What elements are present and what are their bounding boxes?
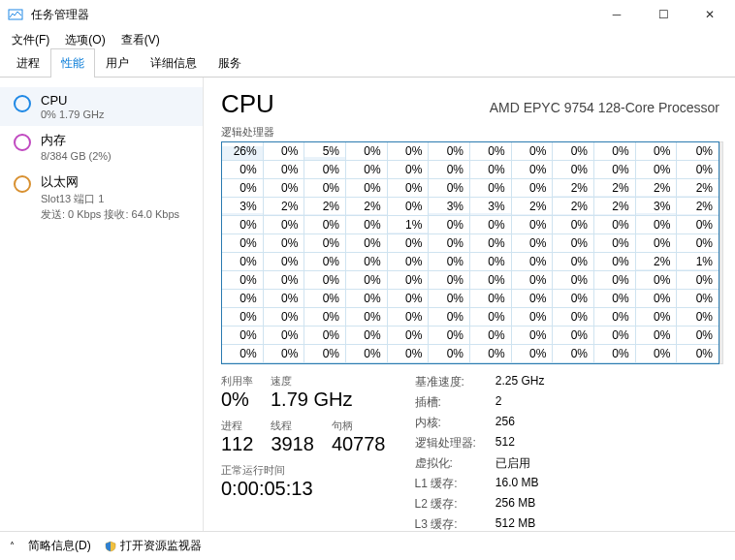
core-cell: 0% xyxy=(264,179,305,198)
core-cell: 0% xyxy=(346,216,388,234)
menu-options[interactable]: 选项(O) xyxy=(59,30,111,50)
threads-label: 线程 xyxy=(271,419,314,433)
sidebar-title: 以太网 xyxy=(41,173,179,191)
core-cell: 0% xyxy=(304,345,346,363)
close-button[interactable]: ✕ xyxy=(692,8,727,21)
core-cell: 0% xyxy=(304,290,346,308)
core-cell: 0% xyxy=(470,161,512,179)
tab-services[interactable]: 服务 xyxy=(208,48,252,78)
core-cell: 0% xyxy=(636,345,678,363)
core-cell: 0% xyxy=(553,142,594,161)
core-cell: 2% xyxy=(346,198,388,216)
core-cell: 0% xyxy=(222,216,264,234)
core-cell: 2% xyxy=(636,253,678,271)
sidebar-title: CPU xyxy=(41,93,104,108)
core-cell: 0% xyxy=(512,216,554,234)
core-cell: 2% xyxy=(512,198,554,216)
core-cell: 0% xyxy=(222,308,264,327)
core-cell: 0% xyxy=(470,308,512,327)
stat-val: 256 xyxy=(495,415,545,431)
core-cell: 0% xyxy=(470,290,512,308)
core-cell: 0% xyxy=(346,142,388,161)
core-cell: 0% xyxy=(470,142,512,161)
core-cell: 0% xyxy=(636,327,678,345)
core-cell: 1% xyxy=(677,253,719,271)
sidebar-item-1[interactable]: 内存8/384 GB (2%) xyxy=(0,126,203,168)
core-cell: 0% xyxy=(594,142,636,161)
shield-icon xyxy=(105,541,116,552)
maximize-button[interactable]: ☐ xyxy=(646,8,681,21)
core-cell: 0% xyxy=(512,345,554,363)
core-cell: 0% xyxy=(470,179,512,198)
core-cell: 2% xyxy=(264,198,305,216)
brief-info-link[interactable]: 简略信息(D) xyxy=(28,538,91,554)
core-cell: 0% xyxy=(594,308,636,327)
handles-label: 句柄 xyxy=(332,419,386,433)
sidebar-sub: 0% 1.79 GHz xyxy=(41,109,104,120)
core-cell: 0% xyxy=(594,271,636,290)
core-cell: 0% xyxy=(677,142,719,161)
core-cell: 0% xyxy=(388,253,430,271)
core-cell: 0% xyxy=(388,142,430,161)
core-cell: 0% xyxy=(304,271,346,290)
core-cell: 3% xyxy=(429,198,470,216)
core-cell: 2% xyxy=(304,198,346,216)
resource-monitor-label: 打开资源监视器 xyxy=(120,538,202,554)
stat-val: 16.0 MB xyxy=(495,476,545,492)
sidebar-item-0[interactable]: CPU0% 1.79 GHz xyxy=(0,87,203,126)
core-cell: 0% xyxy=(388,234,430,253)
core-cell: 0% xyxy=(512,234,554,253)
grid-scrollbar[interactable] xyxy=(719,141,723,364)
sidebar-sub2: 发送: 0 Kbps 接收: 64.0 Kbps xyxy=(41,207,179,222)
core-cell: 0% xyxy=(304,253,346,271)
core-cell: 0% xyxy=(677,271,719,290)
tab-performance[interactable]: 性能 xyxy=(50,48,95,78)
core-cell: 5% xyxy=(304,142,346,161)
core-cell: 0% xyxy=(304,179,346,198)
core-cell: 0% xyxy=(388,161,430,179)
stat-key: 虚拟化: xyxy=(415,455,476,472)
core-cell: 0% xyxy=(553,234,594,253)
core-cell: 0% xyxy=(553,253,594,271)
core-cell: 26% xyxy=(222,142,264,161)
core-cell: 0% xyxy=(470,271,512,290)
cores-label: 逻辑处理器 xyxy=(221,125,719,140)
core-cell: 0% xyxy=(429,271,470,290)
core-cell: 0% xyxy=(636,308,678,327)
tab-processes[interactable]: 进程 xyxy=(6,48,50,78)
core-cell: 0% xyxy=(594,161,636,179)
core-cell: 0% xyxy=(429,216,470,234)
menu-file[interactable]: 文件(F) xyxy=(6,30,55,50)
core-cell: 0% xyxy=(346,290,388,308)
threads-value: 3918 xyxy=(271,433,314,455)
core-cell: 0% xyxy=(222,290,264,308)
tab-details[interactable]: 详细信息 xyxy=(140,48,208,78)
resource-monitor-link[interactable]: 打开资源监视器 xyxy=(105,538,202,554)
menu-view[interactable]: 查看(V) xyxy=(115,30,166,50)
cpu-cores-grid[interactable]: 26%0%5%0%0%0%0%0%0%0%0%0%0%0%0%0%0%0%0%0… xyxy=(221,141,719,364)
minimize-button[interactable]: ─ xyxy=(599,8,634,21)
core-cell: 0% xyxy=(264,234,305,253)
tab-users[interactable]: 用户 xyxy=(95,48,140,78)
core-cell: 0% xyxy=(429,142,470,161)
core-cell: 3% xyxy=(222,198,264,216)
core-cell: 0% xyxy=(346,179,388,198)
cpu-heading: CPU xyxy=(221,89,274,119)
util-label: 利用率 xyxy=(221,374,253,389)
stat-val: 512 xyxy=(495,435,545,451)
core-cell: 0% xyxy=(470,253,512,271)
sidebar-item-2[interactable]: 以太网Slot13 端口 1发送: 0 Kbps 接收: 64.0 Kbps xyxy=(0,168,203,228)
core-cell: 0% xyxy=(594,216,636,234)
stat-key: 逻辑处理器: xyxy=(415,435,476,451)
core-cell: 0% xyxy=(346,271,388,290)
core-cell: 0% xyxy=(512,142,554,161)
sidebar-sub: Slot13 端口 1 xyxy=(41,192,179,206)
core-cell: 0% xyxy=(388,179,430,198)
core-cell: 0% xyxy=(346,253,388,271)
core-cell: 0% xyxy=(304,234,346,253)
stat-key: L3 缓存: xyxy=(415,516,476,531)
uptime-label: 正常运行时间 xyxy=(221,463,386,478)
speed-label: 速度 xyxy=(271,374,352,389)
core-cell: 0% xyxy=(470,216,512,234)
core-cell: 0% xyxy=(470,345,512,363)
